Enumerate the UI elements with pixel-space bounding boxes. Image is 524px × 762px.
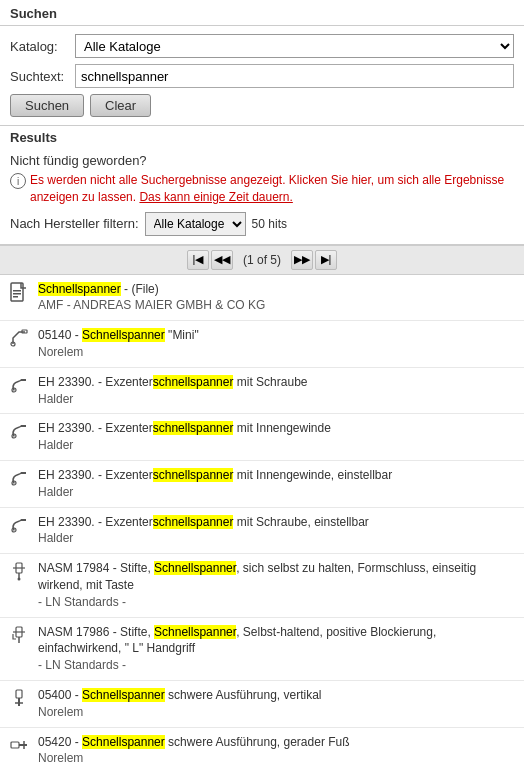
svg-point-16 [18,578,21,581]
result-content: EH 23390. - Exzenterschnellspanner mit I… [38,420,516,454]
svg-rect-2 [13,293,21,295]
result-content: NASM 17984 - Stifte, Schnellspanner, sic… [38,560,516,610]
result-sub: - LN Standards - [38,594,516,611]
search-button[interactable]: Suchen [10,94,84,117]
result-content: EH 23390. - Exzenterschnellspanner mit S… [38,514,516,548]
katalog-label: Katalog: [10,39,75,54]
warning-row: i Es werden nicht alle Suchergebnisse an… [10,172,514,206]
horizontal-clamp-icon [8,734,30,756]
warning-link[interactable]: Das kann einige Zeit dauern. [139,190,292,204]
button-row: Suchen Clear [10,94,514,117]
result-content: Schnellspanner - (File) AMF - ANDREAS MA… [38,281,516,315]
list-item[interactable]: NASM 17986 - Stifte, Schnellspanner, Sel… [0,618,524,681]
result-title: NASM 17986 - Stifte, Schnellspanner, Sel… [38,624,516,658]
list-item[interactable]: EH 23390. - Exzenterschnellspanner mit S… [0,368,524,415]
list-item[interactable]: EH 23390. - Exzenterschnellspanner mit I… [0,414,524,461]
eccentric-icon [8,374,30,396]
list-item[interactable]: EH 23390. - Exzenterschnellspanner mit S… [0,508,524,555]
result-content: EH 23390. - Exzenterschnellspanner mit S… [38,374,516,408]
list-item[interactable]: 05400 - Schnellspanner schwere Ausführun… [0,681,524,728]
result-content: 05420 - Schnellspanner schwere Ausführun… [38,734,516,762]
results-header: Results [0,126,524,149]
info-icon: i [10,173,26,189]
result-sub: Norelem [38,344,516,361]
result-title: 05140 - Schnellspanner "Mini" [38,327,516,344]
filter-label: Nach Hersteller filtern: [10,216,139,231]
result-title: NASM 17984 - Stifte, Schnellspanner, sic… [38,560,516,594]
vertical-clamp-icon [8,687,30,709]
result-content: NASM 17986 - Stifte, Schnellspanner, Sel… [38,624,516,674]
result-content: 05140 - Schnellspanner "Mini" Norelem [38,327,516,361]
file-icon [8,281,30,303]
result-sub: Halder [38,437,516,454]
result-sub: Halder [38,530,516,547]
page-info-top: (1 of 5) [235,253,289,267]
hits-badge: 50 hits [252,217,287,231]
svg-rect-21 [16,690,22,698]
clamp-icon [8,327,30,349]
search-form: Katalog: Alle Kataloge Suchtext: Suchen … [0,26,524,126]
katalog-row: Katalog: Alle Kataloge [10,34,514,58]
not-found-area: Nicht fündig geworden? i Es werden nicht… [0,149,524,245]
section-title: Suchen [0,0,524,26]
result-sub: Norelem [38,750,516,762]
not-found-text: Nicht fündig geworden? [10,153,514,168]
top-pagination: |◀ ◀◀ (1 of 5) ▶▶ ▶| [0,245,524,275]
results-list: Schnellspanner - (File) AMF - ANDREAS MA… [0,275,524,762]
list-item[interactable]: EH 23390. - Exzenterschnellspanner mit I… [0,461,524,508]
result-title: 05400 - Schnellspanner schwere Ausführun… [38,687,516,704]
last-page-button[interactable]: ▶| [315,250,337,270]
search-input[interactable] [75,64,514,88]
warning-text: Es werden nicht alle Suchergebnisse ange… [30,172,514,206]
filter-select[interactable]: Alle Kataloge [145,212,246,236]
filter-row: Nach Hersteller filtern: Alle Kataloge 5… [10,212,514,236]
katalog-select[interactable]: Alle Kataloge [75,34,514,58]
suchtext-label: Suchtext: [10,69,75,84]
first-page-button[interactable]: |◀ [187,250,209,270]
eccentric-icon2 [8,420,30,442]
result-title: Schnellspanner - (File) [38,281,516,298]
result-content: EH 23390. - Exzenterschnellspanner mit I… [38,467,516,501]
list-item[interactable]: 05140 - Schnellspanner "Mini" Norelem [0,321,524,368]
result-sub: AMF - ANDREAS MAIER GMBH & CO KG [38,297,516,314]
result-title: EH 23390. - Exzenterschnellspanner mit I… [38,420,516,437]
result-content: 05400 - Schnellspanner schwere Ausführun… [38,687,516,721]
result-sub: - LN Standards - [38,657,516,674]
result-title: 05420 - Schnellspanner schwere Ausführun… [38,734,516,751]
result-sub: Norelem [38,704,516,721]
list-item[interactable]: 05420 - Schnellspanner schwere Ausführun… [0,728,524,762]
eccentric-icon4 [8,514,30,536]
filter-select-wrapper: Alle Kataloge [145,212,246,236]
next-page-button[interactable]: ▶▶ [291,250,313,270]
list-item[interactable]: Schnellspanner - (File) AMF - ANDREAS MA… [0,275,524,322]
result-sub: Halder [38,484,516,501]
svg-rect-1 [13,290,21,292]
result-title: EH 23390. - Exzenterschnellspanner mit I… [38,467,516,484]
katalog-select-wrapper: Alle Kataloge [75,34,514,58]
result-sub: Halder [38,391,516,408]
list-item[interactable]: NASM 17984 - Stifte, Schnellspanner, sic… [0,554,524,617]
result-title: EH 23390. - Exzenterschnellspanner mit S… [38,374,516,391]
suchtext-row: Suchtext: [10,64,514,88]
svg-rect-3 [13,296,18,298]
clear-button[interactable]: Clear [90,94,151,117]
svg-rect-24 [11,742,19,748]
eccentric-icon3 [8,467,30,489]
pin-icon2 [8,624,30,646]
prev-page-button[interactable]: ◀◀ [211,250,233,270]
pin-icon [8,560,30,582]
result-title: EH 23390. - Exzenterschnellspanner mit S… [38,514,516,531]
